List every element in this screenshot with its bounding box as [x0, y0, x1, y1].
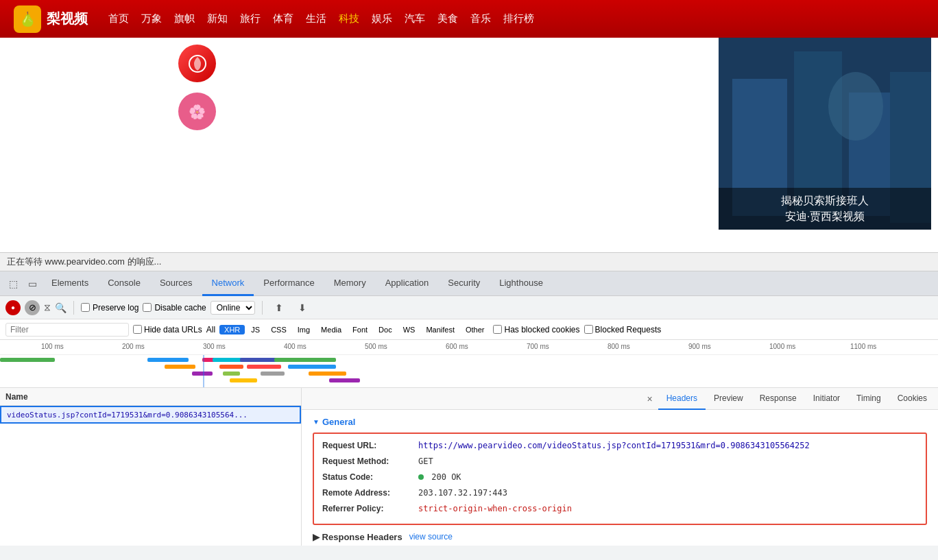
tab-console[interactable]: Console	[98, 271, 150, 296]
hide-data-urls-label: Hide data URLs	[144, 325, 202, 334]
throttle-select[interactable]: Online	[211, 301, 255, 315]
nav-item-体育[interactable]: 体育	[273, 12, 293, 25]
logo-icon: 🍐	[14, 5, 41, 33]
device-toggle-icon[interactable]: ▭	[23, 274, 42, 293]
filter-manifest-btn[interactable]: Manifest	[421, 325, 459, 334]
details-content: General Request URL: https://www.pearvid…	[302, 410, 938, 546]
tab-lighthouse[interactable]: Lighthouse	[490, 271, 553, 296]
video-overlay-text: 揭秘贝索斯接班人安迪·贾西梨视频	[719, 188, 931, 230]
nav-item-首页[interactable]: 首页	[108, 12, 129, 25]
blocked-cookies-wrapper[interactable]: Has blocked cookies	[493, 325, 579, 334]
preserve-log-checkbox[interactable]	[81, 303, 90, 312]
toolbar-separator-2	[262, 301, 263, 315]
request-method-value: GET	[418, 455, 433, 467]
hide-data-urls-wrapper[interactable]: Hide data URLs	[133, 325, 202, 334]
upload-icon[interactable]: ⬆	[269, 298, 289, 317]
blocked-cookies-checkbox[interactable]	[493, 325, 502, 334]
tick-600ms: 600 ms	[446, 343, 468, 350]
floating-element-2: 🌸	[178, 93, 216, 130]
remote-address-value: 203.107.32.197:443	[418, 487, 507, 499]
tab-network[interactable]: Network	[202, 271, 254, 296]
blocked-requests-wrapper[interactable]: Blocked Requests	[584, 325, 662, 334]
stop-button[interactable]: ⊘	[25, 300, 40, 315]
request-item-0[interactable]: videoStatus.jsp?contId=1719531&mrd=0.908…	[0, 406, 301, 424]
details-tab-preview[interactable]: Preview	[706, 388, 751, 410]
request-name-0: videoStatus.jsp?contId=1719531&mrd=0.908…	[7, 411, 248, 419]
details-tab-headers[interactable]: Headers	[658, 388, 706, 410]
navbar: 🍐 梨视频 首页万象旗帜新知旅行体育生活科技娱乐汽车美食音乐排行榜	[0, 0, 938, 38]
tab-application[interactable]: Application	[376, 271, 439, 296]
nav-item-娱乐[interactable]: 娱乐	[372, 12, 392, 25]
logo-text: 梨视频	[47, 10, 88, 28]
filter-css-btn[interactable]: CSS	[266, 325, 291, 334]
tab-security[interactable]: Security	[438, 271, 490, 296]
filter-img-btn[interactable]: Img	[293, 325, 315, 334]
hide-data-urls-checkbox[interactable]	[133, 325, 142, 334]
filter-js-btn[interactable]: JS	[246, 325, 265, 334]
preserve-log-label: Preserve log	[93, 303, 139, 313]
network-toolbar: ● ⊘ ⧖ 🔍 Preserve log Disable cache Onlin…	[0, 296, 938, 319]
tab-performance[interactable]: Performance	[254, 271, 324, 296]
remote-address-row: Remote Address: 203.107.32.197:443	[322, 487, 917, 499]
search-icon[interactable]: 🔍	[55, 302, 67, 313]
blocked-requests-checkbox[interactable]	[584, 325, 593, 334]
nav-item-科技[interactable]: 科技	[339, 12, 359, 25]
filter-doc-btn[interactable]: Doc	[374, 325, 397, 334]
nav-item-新知[interactable]: 新知	[207, 12, 228, 25]
nav-item-万象[interactable]: 万象	[141, 12, 162, 25]
tick-200ms: 200 ms	[122, 343, 145, 350]
request-list-header: Name	[0, 388, 301, 406]
request-url-row: Request URL: https://www.pearvideo.com/v…	[322, 439, 917, 452]
filter-input[interactable]	[5, 323, 129, 337]
response-headers-title[interactable]: ▶ Response Headers	[313, 531, 402, 544]
view-source-link[interactable]: view source	[409, 531, 453, 544]
disable-cache-checkbox[interactable]	[143, 303, 152, 312]
filter-xhr-btn[interactable]: XHR	[219, 325, 245, 334]
details-tab-cookies[interactable]: Cookies	[889, 388, 935, 410]
preserve-log-checkbox-wrapper[interactable]: Preserve log	[81, 303, 139, 313]
nav-item-旗帜[interactable]: 旗帜	[174, 12, 195, 25]
filter-icon[interactable]: ⧖	[44, 302, 51, 313]
nav-item-排行榜[interactable]: 排行榜	[503, 12, 534, 25]
filter-media-btn[interactable]: Media	[316, 325, 346, 334]
inspect-element-icon[interactable]: ⬚	[3, 274, 23, 293]
details-tab-response[interactable]: Response	[751, 388, 805, 410]
blocked-cookies-label: Has blocked cookies	[504, 325, 579, 334]
nav-item-音乐[interactable]: 音乐	[470, 12, 491, 25]
download-icon[interactable]: ⬇	[293, 298, 312, 317]
disable-cache-label: Disable cache	[154, 303, 206, 313]
tick-900ms: 900 ms	[688, 343, 711, 350]
logo-emoji: 🍐	[19, 11, 36, 27]
status-bar: 正在等待 www.pearvideo.com 的响应...	[0, 252, 938, 271]
nav-item-美食[interactable]: 美食	[437, 12, 458, 25]
tab-elements[interactable]: Elements	[42, 271, 98, 296]
filter-other-btn[interactable]: Other	[461, 325, 490, 334]
request-panel: Name videoStatus.jsp?contId=1719531&mrd=…	[0, 388, 938, 546]
page-content: 🌸 揭秘贝索斯接班人安迪·贾西梨视频 正在等待 www.pearvideo.co…	[0, 38, 938, 271]
name-col-header: Name	[5, 392, 28, 402]
details-tab-initiator[interactable]: Initiator	[805, 388, 848, 410]
toolbar-separator-1	[73, 301, 74, 315]
filter-ws-btn[interactable]: WS	[398, 325, 420, 334]
tab-memory[interactable]: Memory	[324, 271, 376, 296]
details-tab-bar: × Headers Preview Response Initiator Tim…	[302, 388, 938, 410]
devtools-tab-bar: ⬚ ▭ Elements Console Sources Network Per…	[0, 271, 938, 296]
status-code-row: Status Code: 200 OK	[322, 471, 917, 483]
navbar-logo: 🍐 梨视频	[14, 5, 88, 33]
tick-300ms: 300 ms	[203, 343, 226, 350]
video-thumbnail[interactable]: 揭秘贝索斯接班人安迪·贾西梨视频	[719, 38, 931, 230]
general-section-title: General	[313, 417, 927, 427]
nav-item-生活[interactable]: 生活	[306, 12, 326, 25]
filter-font-btn[interactable]: Font	[348, 325, 372, 334]
nav-item-汽车[interactable]: 汽车	[405, 12, 425, 25]
request-url-value[interactable]: https://www.pearvideo.com/videoStatus.js…	[418, 439, 810, 452]
record-button[interactable]: ●	[5, 300, 21, 315]
tab-sources[interactable]: Sources	[150, 271, 202, 296]
general-section: Request URL: https://www.pearvideo.com/v…	[313, 433, 927, 525]
disable-cache-checkbox-wrapper[interactable]: Disable cache	[143, 303, 206, 313]
network-timeline[interactable]: 100 ms 200 ms 300 ms 400 ms 500 ms 600 m…	[0, 340, 938, 388]
details-close-button[interactable]: ×	[647, 393, 652, 404]
nav-item-旅行[interactable]: 旅行	[240, 12, 261, 25]
details-tab-timing[interactable]: Timing	[848, 388, 889, 410]
details-panel: × Headers Preview Response Initiator Tim…	[302, 388, 938, 546]
